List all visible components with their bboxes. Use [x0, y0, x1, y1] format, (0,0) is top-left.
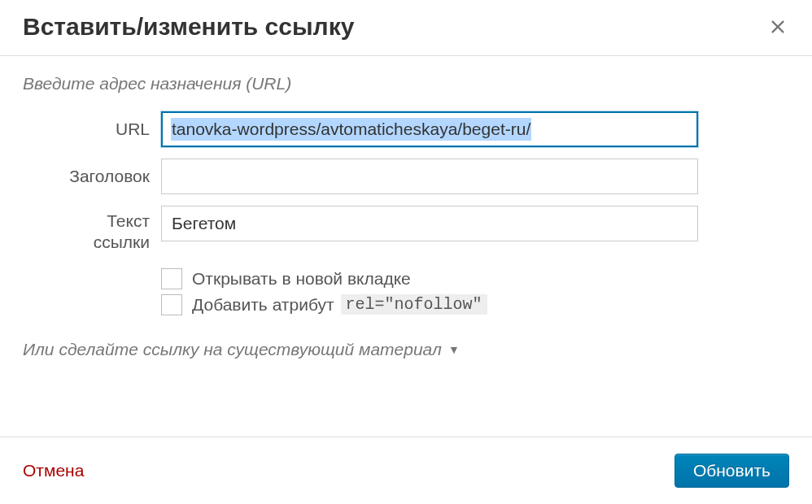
nofollow-label-text: Добавить атрибут	[192, 295, 334, 315]
cancel-button[interactable]: Отмена	[23, 461, 84, 480]
nofollow-code: rel="nofollow"	[341, 294, 487, 315]
form-row-link-text: Текст ссылки	[23, 206, 789, 254]
checkbox-area: Открывать в новой вкладке Добавить атриб…	[23, 268, 789, 315]
title-input[interactable]	[161, 159, 698, 194]
url-input[interactable]	[161, 111, 698, 147]
dialog-header: Вставить/изменить ссылку	[0, 0, 812, 56]
dialog-body: Введите адрес назначения (URL) URL tanov…	[0, 56, 812, 414]
dialog-title: Вставить/изменить ссылку	[23, 13, 354, 41]
link-text-label: Текст ссылки	[23, 206, 161, 254]
url-input-wrapper: tanovka-wordpress/avtomaticheskaya/beget…	[161, 111, 698, 147]
existing-content-toggle[interactable]: Или сделайте ссылку на существующий мате…	[23, 340, 789, 359]
link-text-input[interactable]	[161, 206, 698, 241]
section-label: Введите адрес назначения (URL)	[23, 74, 789, 93]
close-icon	[769, 18, 787, 36]
form-row-title: Заголовок	[23, 159, 789, 194]
chevron-down-icon: ▼	[448, 343, 460, 356]
new-tab-label[interactable]: Открывать в новой вкладке	[192, 269, 411, 289]
checkbox-row-new-tab: Открывать в новой вкладке	[161, 268, 789, 289]
dialog-footer: Отмена Обновить	[0, 437, 812, 504]
existing-content-label: Или сделайте ссылку на существующий мате…	[23, 340, 442, 359]
link-text-label-l2: ссылки	[94, 232, 150, 251]
submit-button[interactable]: Обновить	[674, 454, 789, 488]
new-tab-checkbox[interactable]	[161, 268, 182, 289]
insert-link-dialog: Вставить/изменить ссылку Введите адрес н…	[0, 0, 812, 504]
nofollow-label[interactable]: Добавить атрибут rel="nofollow"	[192, 294, 487, 315]
checkbox-row-nofollow: Добавить атрибут rel="nofollow"	[161, 294, 789, 315]
nofollow-checkbox[interactable]	[161, 294, 182, 315]
url-label: URL	[23, 119, 161, 140]
title-label: Заголовок	[23, 166, 161, 187]
link-text-label-l1: Текст	[107, 211, 150, 230]
close-button[interactable]	[766, 15, 789, 38]
form-row-url: URL tanovka-wordpress/avtomaticheskaya/b…	[23, 111, 789, 147]
